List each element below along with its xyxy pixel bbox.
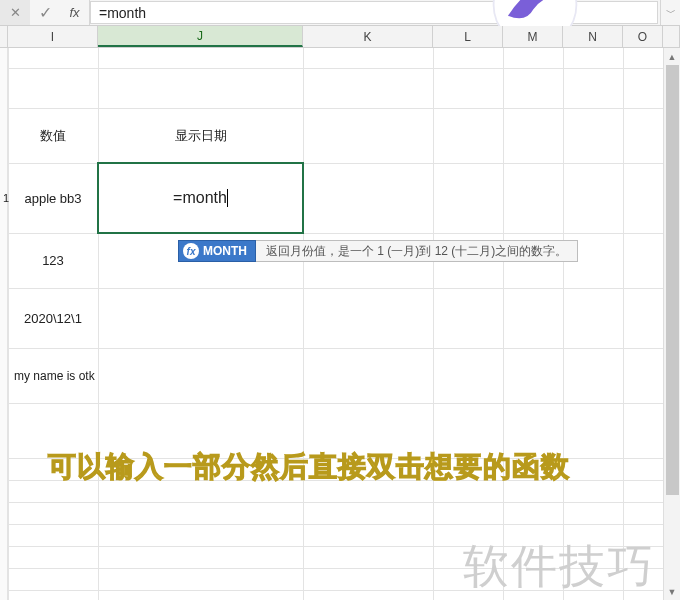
formula-cancel-button[interactable]: ✕ [0, 0, 30, 25]
cell-I-row4[interactable]: my name is otk [8, 348, 128, 403]
spreadsheet: I J K L M N O [0, 26, 680, 600]
scroll-up-button[interactable]: ▲ [664, 48, 680, 65]
formula-accept-button[interactable]: ✓ [30, 0, 60, 25]
cell-header-J[interactable]: 显示日期 [98, 108, 303, 163]
cell-I-row1[interactable]: apple bb3 [8, 163, 98, 233]
column-header-I[interactable]: I [8, 26, 98, 47]
cell-header-I[interactable]: 数值 [8, 108, 98, 163]
formula-expand-button[interactable]: ﹀ [660, 0, 680, 25]
scroll-stub [663, 26, 680, 47]
insert-function-button[interactable]: fx [60, 0, 90, 25]
column-header-M[interactable]: M [503, 26, 563, 47]
scroll-thumb[interactable] [666, 65, 679, 495]
function-suggestion[interactable]: fx MONTH [178, 240, 256, 262]
column-header-J[interactable]: J [98, 26, 303, 47]
column-header-O[interactable]: O [623, 26, 663, 47]
cell-I-row3[interactable]: 2020\12\1 [8, 288, 98, 348]
grid-body[interactable]: 数值 显示日期 1 apple bb3 =month fx MONTH 返回月份… [0, 48, 680, 600]
vertical-scrollbar[interactable]: ▲ ▼ [663, 48, 680, 600]
active-cell-text: =month [173, 189, 227, 207]
column-header-K[interactable]: K [303, 26, 433, 47]
scroll-down-button[interactable]: ▼ [664, 583, 680, 600]
column-header-L[interactable]: L [433, 26, 503, 47]
cell-I-row2[interactable]: 123 [8, 233, 98, 288]
header-stub [0, 26, 8, 47]
formula-bar: ✕ ✓ fx =month ﹀ [0, 0, 680, 26]
function-icon: fx [183, 243, 199, 259]
function-name-label: MONTH [203, 244, 247, 258]
column-header-N[interactable]: N [563, 26, 623, 47]
text-cursor [227, 189, 228, 207]
column-headers: I J K L M N O [0, 26, 680, 48]
formula-input[interactable]: =month [90, 1, 658, 24]
function-tooltip: fx MONTH 返回月份值，是一个 1 (一月)到 12 (十二月)之间的数字… [178, 240, 578, 262]
annotation-text: 可以输入一部分然后直接双击想要的函数 [48, 448, 570, 486]
function-description: 返回月份值，是一个 1 (一月)到 12 (十二月)之间的数字。 [256, 240, 578, 262]
active-cell[interactable]: =month [97, 162, 304, 234]
